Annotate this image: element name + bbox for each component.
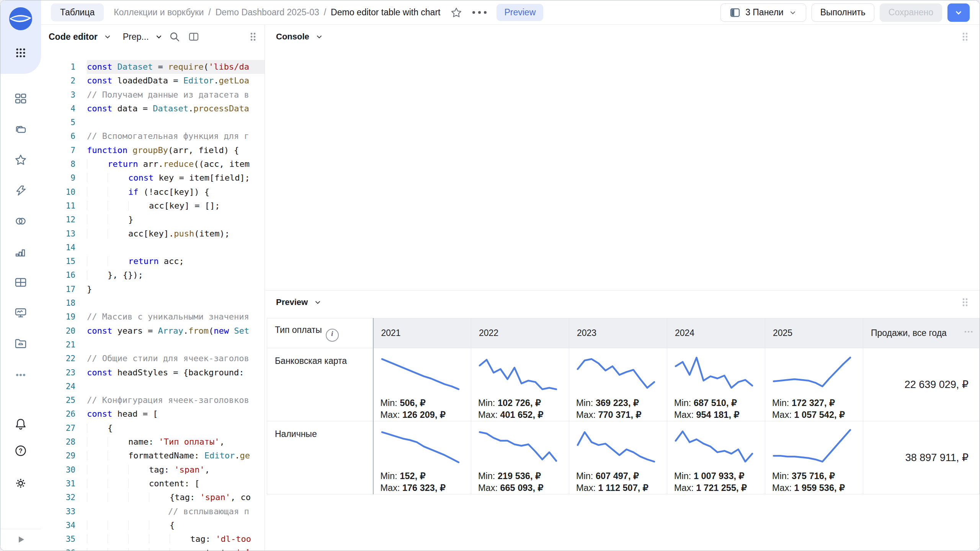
sparkline-cell: Min: 687 510, ₽Max: 954 181, ₽ — [667, 348, 765, 421]
code-editor-panel: Code editor Prep... 1const Dataset = req… — [41, 25, 265, 551]
code-text: // Конфигурация ячеек-заголовков — [87, 393, 265, 407]
apps-grid-icon[interactable] — [14, 46, 27, 59]
code-line: 32 {tag: 'span', co — [41, 491, 265, 504]
code-text — [87, 380, 265, 393]
connections-icon[interactable] — [14, 215, 27, 228]
code-line: 36 content: ' ℹ — [41, 546, 265, 551]
column-header-year[interactable]: 2023 — [569, 318, 667, 348]
line-number: 34 — [41, 518, 87, 532]
code-editor-title[interactable]: Code editor — [49, 32, 98, 42]
expand-arrow-icon[interactable] — [16, 534, 26, 545]
favorites-star-icon[interactable] — [14, 153, 27, 166]
sparkline-chart — [771, 353, 853, 393]
save-dropdown-button[interactable] — [947, 3, 970, 22]
split-view-icon[interactable] — [188, 31, 199, 42]
code-line: 26const head = [ — [41, 407, 265, 421]
datalens-logo-icon[interactable] — [8, 7, 33, 31]
drag-handle-icon[interactable] — [249, 31, 257, 42]
column-header-year[interactable]: 2025 — [765, 318, 863, 348]
line-number: 8 — [41, 157, 87, 171]
max-label: Max: — [674, 483, 694, 493]
monitoring-icon[interactable] — [14, 306, 27, 320]
code-line: 34 { — [41, 518, 265, 532]
code-text: const loadedData = Editor.getLoa — [87, 74, 265, 88]
breadcrumb-workbook[interactable]: Demo Dashboard 2025-03 — [216, 7, 319, 18]
favorite-star-icon[interactable] — [450, 7, 462, 19]
line-number: 26 — [41, 407, 87, 421]
code-line: 16 }, {}); — [41, 268, 265, 282]
settings-gear-icon[interactable] — [14, 477, 27, 490]
tables-icon[interactable] — [14, 276, 27, 289]
preview-panel: Preview Тип оплатыi20212022202320242025П… — [265, 290, 980, 551]
sparkline-cell: Min: 172 327, ₽Max: 1 057 542, ₽ — [765, 348, 863, 421]
more-ellipsis-icon[interactable] — [14, 368, 27, 381]
drag-handle-icon[interactable] — [961, 31, 969, 42]
column-header-payment-type[interactable]: Тип оплатыi — [267, 318, 373, 348]
code-text: acc[key].push(item); — [87, 227, 265, 241]
run-button[interactable]: Выполнить — [812, 3, 874, 22]
column-header-year[interactable]: 2022 — [471, 318, 569, 348]
code-line: 28 name: 'Тип оплаты', — [41, 435, 265, 449]
max-label: Max: — [576, 483, 596, 493]
code-text: {tag: 'span', co — [87, 491, 265, 504]
min-label: Min: — [674, 398, 691, 408]
console-panel: Console — [265, 25, 980, 290]
code-line: 5 — [41, 116, 265, 129]
console-title[interactable]: Console — [276, 32, 309, 42]
dashboards-icon[interactable] — [14, 92, 27, 105]
line-number: 6 — [41, 129, 87, 143]
info-icon[interactable]: i — [326, 329, 339, 342]
preview-title[interactable]: Preview — [276, 297, 308, 307]
tab-tablica[interactable]: Таблица — [51, 3, 104, 21]
min-label: Min: — [381, 398, 397, 408]
chevron-down-icon[interactable] — [103, 32, 112, 41]
chevron-down-icon — [954, 8, 964, 18]
line-number: 4 — [41, 102, 87, 116]
code-line: 1const Dataset = require('libs/da — [41, 60, 265, 74]
code-line: 11 acc[key] = []; — [41, 199, 265, 213]
panels-button[interactable]: 3 Панели — [720, 3, 806, 22]
code-text: }, {}); — [87, 268, 265, 282]
line-number: 17 — [41, 282, 87, 296]
line-number: 13 — [41, 227, 87, 241]
bell-icon[interactable] — [14, 417, 27, 430]
code-text: // Получаем данные из датасета в — [87, 88, 265, 102]
line-number: 20 — [41, 324, 87, 338]
min-max-values: Min: 687 510, ₽Max: 954 181, ₽ — [674, 397, 765, 421]
breadcrumb-collections[interactable]: Коллекции и воркбуки — [114, 7, 204, 18]
charts-icon[interactable] — [14, 245, 27, 258]
sparkline-chart — [477, 353, 559, 393]
drag-handle-icon[interactable] — [961, 297, 969, 308]
min-max-values: Min: 102 726, ₽Max: 401 652, ₽ — [478, 397, 569, 421]
search-icon[interactable] — [169, 31, 180, 42]
column-header-year[interactable]: 2021 — [373, 318, 471, 348]
sidebar-divider — [0, 529, 41, 529]
storage-folder-icon[interactable] — [14, 337, 27, 350]
code-text: acc[key] = []; — [87, 199, 265, 213]
preview-table: Тип оплатыi20212022202320242025Продажи, … — [267, 318, 980, 494]
max-label: Max: — [772, 410, 792, 420]
editor-lightning-icon[interactable] — [14, 184, 27, 197]
code-tab-selector[interactable]: Prep... — [123, 32, 149, 42]
code-text: // Массив с уникальными значения — [87, 310, 265, 324]
chevron-down-icon[interactable] — [315, 32, 324, 41]
line-number: 29 — [41, 449, 87, 463]
collections-icon[interactable] — [14, 123, 27, 136]
table-row: Банковская картаMin: 506, ₽Max: 126 209,… — [267, 348, 980, 421]
chevron-down-icon[interactable] — [154, 32, 163, 41]
sparkline-cell: Min: 375 716, ₽Max: 1 959 536, ₽ — [765, 421, 863, 494]
preview-badge[interactable]: Preview — [497, 4, 543, 21]
line-number: 10 — [41, 185, 87, 199]
sparkline-chart — [477, 426, 559, 466]
row-label: Наличные — [267, 421, 373, 494]
chevron-down-icon[interactable] — [313, 298, 322, 307]
column-header-total-sales[interactable]: Продажи, все года••• — [863, 318, 980, 348]
more-menu-icon[interactable] — [472, 11, 487, 14]
column-header-year[interactable]: 2024 — [667, 318, 765, 348]
sparkline-chart — [575, 353, 657, 393]
help-icon[interactable]: ? — [14, 444, 27, 457]
code-line: 2const loadedData = Editor.getLoa — [41, 74, 265, 88]
column-menu-icon[interactable]: ••• — [964, 326, 974, 337]
code-editor-content[interactable]: 1const Dataset = require('libs/da2const … — [41, 49, 265, 551]
code-text: return arr.reduce((acc, item — [87, 157, 265, 171]
